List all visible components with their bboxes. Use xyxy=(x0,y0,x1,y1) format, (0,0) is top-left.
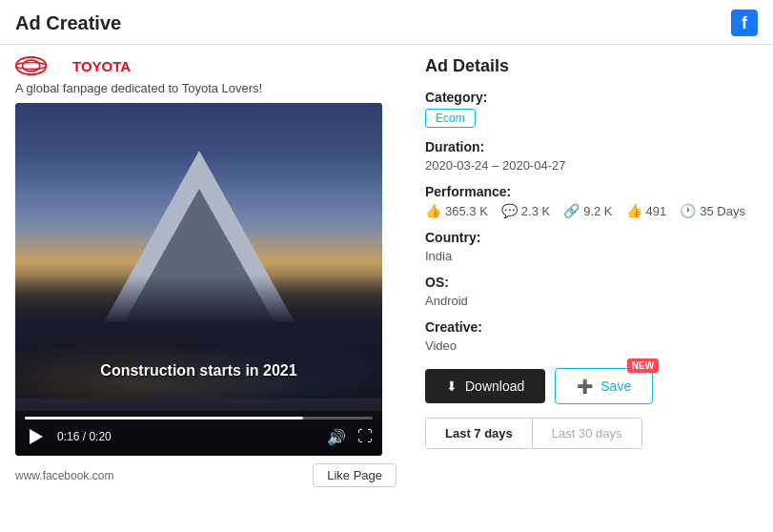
right-panel: Ad Details Category: Ecom Duration: 2020… xyxy=(416,56,758,487)
comments-stat: 💬 2.3 K xyxy=(501,203,550,218)
time-display: 0:16 / 0:20 xyxy=(57,430,112,443)
download-icon: ⬇ xyxy=(446,379,458,394)
os-value: Android xyxy=(425,294,758,308)
save-label: Save xyxy=(600,379,631,394)
video-progress-fill xyxy=(25,417,303,419)
performance-label: Performance: xyxy=(425,184,758,199)
city-lights xyxy=(15,322,382,399)
main-content: TOYOTA A global fanpage dedicated to Toy… xyxy=(0,45,773,499)
toyota-logo xyxy=(15,56,63,75)
video-player[interactable]: Construction starts in 2021 0:16 / 0:20 xyxy=(15,103,382,456)
current-time: 0:16 xyxy=(57,430,79,443)
fb-url: www.facebook.com xyxy=(15,469,113,482)
save-icon: ➕ xyxy=(577,379,593,394)
likes-stat: 👍 365.3 K xyxy=(425,203,488,218)
page-title: Ad Creative xyxy=(15,12,121,34)
top-bar: Ad Creative f xyxy=(0,0,773,45)
like-page-button[interactable]: Like Page xyxy=(313,463,397,487)
total-time: 0:20 xyxy=(89,430,111,443)
performance-row: 👍 365.3 K 💬 2.3 K 🔗 9.2 K 👍 491 🕐 xyxy=(425,203,758,218)
save-button[interactable]: ➕ Save xyxy=(555,368,653,404)
os-label: OS: xyxy=(425,275,758,290)
reactions-value: 491 xyxy=(646,204,667,218)
shares-stat: 🔗 9.2 K xyxy=(563,203,612,218)
country-label: Country: xyxy=(425,230,758,245)
creative-section: Creative: Video xyxy=(425,319,758,353)
brand-name: TOYOTA xyxy=(72,58,131,74)
clock-icon: 🕐 xyxy=(680,203,696,218)
likes-value: 365.3 K xyxy=(445,204,488,218)
performance-section: Performance: 👍 365.3 K 💬 2.3 K 🔗 9.2 K 👍… xyxy=(425,184,758,218)
facebook-icon: f xyxy=(731,10,758,36)
volume-icon[interactable]: 🔊 xyxy=(327,428,346,446)
creative-label: Creative: xyxy=(425,319,758,335)
days-stat: 🕐 35 Days xyxy=(680,203,745,218)
reactions-stat: 👍 491 xyxy=(626,203,667,218)
download-button[interactable]: ⬇ Download xyxy=(425,369,545,403)
duration-label: Duration: xyxy=(425,139,758,154)
save-btn-wrapper: NEW ➕ Save xyxy=(555,368,653,404)
category-label: Category: xyxy=(425,90,758,105)
controls-right: 🔊 ⛶ xyxy=(327,428,373,446)
controls-row: 0:16 / 0:20 🔊 ⛶ xyxy=(25,425,373,448)
brand-row: TOYOTA xyxy=(15,56,397,75)
os-section: OS: Android xyxy=(425,275,758,308)
category-badge: Ecom xyxy=(425,109,476,128)
controls-left: 0:16 / 0:20 xyxy=(25,425,112,448)
download-label: Download xyxy=(465,379,524,394)
ad-details-title: Ad Details xyxy=(425,56,758,76)
time-separator: / xyxy=(79,430,89,443)
shares-value: 9.2 K xyxy=(583,204,612,218)
play-button[interactable] xyxy=(25,425,48,448)
category-section: Category: Ecom xyxy=(425,90,758,128)
country-value: India xyxy=(425,249,758,263)
play-icon xyxy=(30,429,43,444)
tabs-row: Last 7 days Last 30 days xyxy=(425,418,642,449)
duration-value: 2020-03-24 – 2020-04-27 xyxy=(425,158,758,173)
tab-last-30-days[interactable]: Last 30 days xyxy=(533,419,641,448)
country-section: Country: India xyxy=(425,230,758,263)
comment-icon: 💬 xyxy=(501,203,518,218)
svg-point-1 xyxy=(23,60,40,72)
left-panel: TOYOTA A global fanpage dedicated to Toy… xyxy=(15,56,397,487)
fb-preview: www.facebook.com Like Page xyxy=(15,463,397,487)
thumbs-up-icon: 👍 xyxy=(425,203,441,218)
reactions-icon: 👍 xyxy=(626,203,642,218)
new-badge: NEW xyxy=(627,358,659,373)
svg-point-2 xyxy=(16,63,47,70)
video-controls: 0:16 / 0:20 🔊 ⛶ xyxy=(15,411,382,456)
share-icon: 🔗 xyxy=(563,203,580,218)
action-row: ⬇ Download NEW ➕ Save xyxy=(425,368,758,404)
duration-section: Duration: 2020-03-24 – 2020-04-27 xyxy=(425,139,758,173)
comments-value: 2.3 K xyxy=(521,204,550,218)
video-subtitle: Construction starts in 2021 xyxy=(15,362,382,379)
brand-tagline: A global fanpage dedicated to Toyota Lov… xyxy=(15,81,397,95)
creative-value: Video xyxy=(425,338,758,353)
fullscreen-icon[interactable]: ⛶ xyxy=(357,428,373,445)
days-value: 35 Days xyxy=(700,204,745,218)
video-progress-bar[interactable] xyxy=(25,417,373,419)
tab-last-7-days[interactable]: Last 7 days xyxy=(426,419,533,448)
